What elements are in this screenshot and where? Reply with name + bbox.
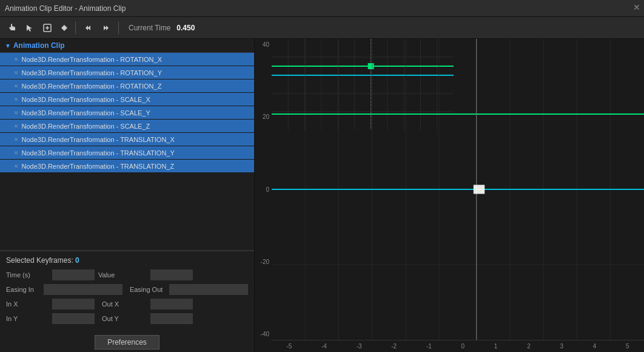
x-label-2: 2 [527,343,531,350]
in-y-label: In Y [6,315,49,322]
svg-marker-0 [27,25,32,32]
preferences-button[interactable]: Preferences [95,335,159,350]
track-label: Node3D.RenderTransformation - ROTATION_Z [22,83,162,90]
y-label-0: 0 [255,186,272,193]
inx-outx-row: In X Out X [6,299,248,310]
title-bar-text: Animation Clip Editor - Animation Clip [5,4,126,13]
x-label-5: 5 [626,343,629,350]
move-right-button[interactable] [99,22,113,34]
x-label-neg2: -2 [391,343,397,350]
toolbar: Current Time 0.450 [0,17,644,39]
x-label-0: 0 [461,343,465,350]
current-time-value: 0.450 [176,24,195,32]
section-label: Animation Clip [13,41,65,50]
track-label: Node3D.RenderTransformation - TRANSLATIO… [22,136,175,143]
in-x-input[interactable] [52,299,95,310]
track-label: Node3D.RenderTransformation - TRANSLATIO… [22,163,175,170]
y-label-neg20: -20 [255,259,272,265]
track-icon: ≈ [15,109,18,116]
track-icon: ≈ [15,69,18,76]
x-label-3: 3 [560,343,563,350]
iny-outy-row: In Y Out Y [6,313,248,324]
track-item[interactable]: ≈Node3D.RenderTransformation - TRANSLATI… [0,133,254,146]
time-label: Time (s) [6,271,49,279]
track-icon: ≈ [15,123,18,129]
track-item[interactable]: ≈Node3D.RenderTransformation - TRANSLATI… [0,160,254,173]
track-item[interactable]: ≈Node3D.RenderTransformation - ROTATION_… [0,66,254,80]
value-input[interactable] [150,269,193,280]
easing-out-label: Easing Out [126,286,166,293]
keyframe-panel: Selected Keyframes: 0 Time (s) Value Eas… [0,251,254,333]
main-area: ▼ Animation Clip ≈Node3D.RenderTransform… [0,39,644,352]
x-label-1: 1 [494,343,498,350]
track-item[interactable]: ≈Node3D.RenderTransformation - SCALE_X [0,93,254,106]
out-y-label: Out Y [98,315,147,322]
value-label: Value [98,271,147,279]
x-label-neg1: -1 [426,343,432,350]
selected-keyframes-label: Selected Keyframes: 0 [6,256,248,265]
hand-tool-button[interactable] [5,22,19,34]
easing-in-input[interactable] [44,284,122,295]
y-axis: 40 20 0 -20 -40 [255,39,272,340]
out-x-label: Out X [98,300,147,308]
in-y-input[interactable] [52,313,95,324]
toolbar-separator-2 [118,22,119,34]
track-items-container: ≈Node3D.RenderTransformation - ROTATION_… [0,53,254,173]
svg-marker-4 [61,25,67,31]
track-item[interactable]: ≈Node3D.RenderTransformation - TRANSLATI… [0,146,254,160]
track-label: Node3D.RenderTransformation - ROTATION_Y [22,69,162,76]
easing-out-input[interactable] [169,284,248,295]
section-header: ▼ Animation Clip [0,39,254,53]
close-button[interactable]: ✕ [633,2,640,12]
toolbar-separator [75,22,76,34]
time-input[interactable] [52,269,95,280]
graph-panel[interactable]: 40 20 0 -20 -40 [255,39,644,352]
track-label: Node3D.RenderTransformation - ROTATION_X [22,56,162,63]
track-icon: ≈ [15,149,18,156]
y-label-neg40: -40 [255,331,272,337]
current-time-label: Current Time [129,24,170,32]
y-label-20: 20 [255,113,272,120]
track-item[interactable]: ≈Node3D.RenderTransformation - ROTATION_… [0,80,254,93]
preferences-area: Preferences [0,335,254,350]
track-icon: ≈ [15,83,18,89]
diamond-tool-button[interactable] [58,23,70,33]
selected-marker [474,185,485,194]
track-item[interactable]: ≈Node3D.RenderTransformation - ROTATION_… [0,53,254,66]
x-label-neg4: -4 [321,343,327,350]
track-item[interactable]: ≈Node3D.RenderTransformation - SCALE_Z [0,120,254,133]
track-icon: ≈ [15,136,18,143]
track-label: Node3D.RenderTransformation - SCALE_Z [22,123,150,130]
x-axis: -5 -4 -3 -2 -1 0 1 2 3 4 5 [272,340,644,352]
arrow-tool-button[interactable] [23,22,36,33]
track-list: ▼ Animation Clip ≈Node3D.RenderTransform… [0,39,254,250]
section-arrow-icon: ▼ [5,42,11,49]
graph-markers-svg [272,39,644,340]
x-label-neg5: -5 [286,343,292,350]
track-icon: ≈ [15,163,18,169]
title-bar: Animation Clip Editor - Animation Clip ✕ [0,0,644,17]
easing-in-label: Easing In [6,286,40,293]
easing-row: Easing In Easing Out [6,284,248,295]
svg-rect-7 [87,27,89,29]
svg-rect-10 [105,27,107,29]
y-label-40: 40 [255,41,272,48]
track-label: Node3D.RenderTransformation - SCALE_X [22,96,150,103]
in-x-label: In X [6,300,49,308]
out-x-input[interactable] [150,299,193,310]
left-panel: ▼ Animation Clip ≈Node3D.RenderTransform… [0,39,255,352]
out-y-input[interactable] [150,313,193,324]
fit-tool-button[interactable] [40,22,55,34]
x-label-4: 4 [593,343,597,350]
time-value-row: Time (s) Value [6,269,248,280]
move-left-button[interactable] [81,22,95,34]
track-item[interactable]: ≈Node3D.RenderTransformation - SCALE_Y [0,106,254,120]
track-label: Node3D.RenderTransformation - TRANSLATIO… [22,149,175,157]
track-label: Node3D.RenderTransformation - SCALE_Y [22,109,150,117]
track-icon: ≈ [15,96,18,103]
x-label-neg3: -3 [357,343,362,350]
track-icon: ≈ [15,56,18,63]
selected-keyframes-count: 0 [75,256,79,265]
